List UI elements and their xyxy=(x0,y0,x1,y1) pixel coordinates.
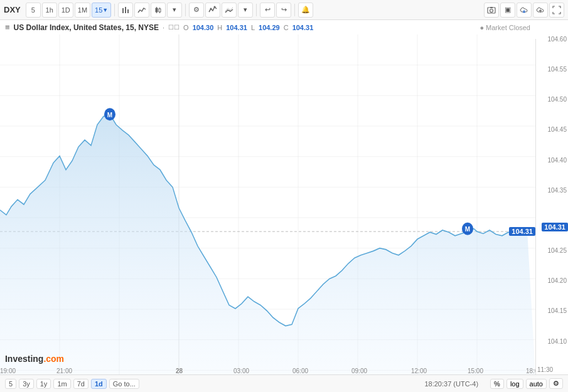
y-label-10415: 104.15 xyxy=(547,307,567,314)
watermark-logo: Investing.com xyxy=(5,353,64,364)
svg-rect-2 xyxy=(127,9,129,13)
bottom-5[interactable]: 5 xyxy=(5,379,16,389)
y-axis: 104.60 104.55 104.50 104.45 104.40 104.3… xyxy=(535,39,568,374)
timeframe-15[interactable]: 15 ▼ xyxy=(92,3,111,18)
bottom-log-btn[interactable]: % xyxy=(490,379,504,389)
settings-btn[interactable]: ⚙ xyxy=(189,3,204,18)
price-chart[interactable]: M M 19:00 21:00 28 03:00 06:00 09:00 12:… xyxy=(0,34,535,374)
svg-point-10 xyxy=(214,6,216,8)
bottom-percent-btn[interactable]: log xyxy=(506,379,523,389)
price-value: 104.31 xyxy=(512,228,533,235)
ohlc-h-label: H xyxy=(217,24,222,31)
ohlc-o-value: 104.30 xyxy=(193,24,214,31)
current-price-label: 104.31 xyxy=(509,227,535,236)
compare-btn[interactable] xyxy=(222,3,237,18)
ohlc-c-value: 104.31 xyxy=(292,24,314,31)
redo-btn[interactable]: ↪ xyxy=(276,3,291,18)
svg-rect-6 xyxy=(159,9,161,12)
chart-symbol: US Dollar Index, United States, 15, NYSE xyxy=(14,23,159,32)
cloud-load-btn[interactable] xyxy=(533,3,548,18)
bottom-3y[interactable]: 3y xyxy=(19,379,34,389)
y-label-10460: 104.60 xyxy=(547,36,567,43)
bottom-auto-btn[interactable]: auto xyxy=(526,379,547,389)
y-label-10445: 104.45 xyxy=(547,126,567,133)
timeframe-1h[interactable]: 1h xyxy=(42,3,57,18)
y-label-10455: 104.55 xyxy=(547,66,567,73)
separator-2 xyxy=(185,4,186,16)
layout-btn[interactable]: ▣ xyxy=(500,3,515,18)
separator-1 xyxy=(114,4,115,16)
separator-3 xyxy=(256,4,257,16)
bottom-1y[interactable]: 1y xyxy=(36,379,51,389)
svg-rect-3 xyxy=(156,8,158,12)
y-label-10420: 104.20 xyxy=(547,277,567,284)
ohlc-h-value: 104.31 xyxy=(226,24,247,31)
timeframe-1m[interactable]: 1M xyxy=(75,3,90,18)
chart-main[interactable]: ≡ US Dollar Index, United States, 15, NY… xyxy=(0,20,535,374)
marker-second-label: M xyxy=(465,225,471,233)
screenshot-btn[interactable] xyxy=(484,3,499,18)
chart-area: ≡ US Dollar Index, United States, 15, NY… xyxy=(0,20,568,374)
chart-area-fill xyxy=(0,114,535,374)
checkbox-icon: ☐☐ xyxy=(168,24,180,31)
x-label-0900: 09:00 xyxy=(351,366,367,374)
alert-btn[interactable]: 🔔 xyxy=(298,3,313,18)
timeframe-1d[interactable]: 1D xyxy=(58,3,73,18)
x-label-1200: 12:00 xyxy=(411,366,427,374)
ohlc-c-label: C xyxy=(284,24,289,31)
indicators-btn[interactable] xyxy=(205,3,220,18)
undo-btn[interactable]: ↩ xyxy=(260,3,275,18)
y-label-10425: 104.25 xyxy=(547,247,567,254)
bottom-goto[interactable]: Go to... xyxy=(109,379,139,389)
y-label-10450: 104.50 xyxy=(547,96,567,103)
bottom-timestamp: 18:20:37 (UTC-4) xyxy=(424,380,478,388)
bar-chart-btn[interactable] xyxy=(118,3,133,18)
line-chart-btn[interactable] xyxy=(134,3,149,18)
timeframe-5[interactable]: 5 xyxy=(26,3,41,18)
toolbar: DXY 5 1h 1D 1M 15 ▼ ▾ ⚙ ▾ xyxy=(0,0,568,20)
fullscreen-btn[interactable] xyxy=(549,3,564,18)
ohlc-l-value: 104.29 xyxy=(259,24,280,31)
x-label-1900: 19:00 xyxy=(0,366,16,374)
y-current-price-label: 104.31 xyxy=(542,223,568,231)
x-label-0300: 03:00 xyxy=(233,366,249,374)
x-label-0600: 06:00 xyxy=(292,366,308,374)
x-label-28: 28 xyxy=(176,366,183,374)
x-label-2100: 21:00 xyxy=(56,366,72,374)
y-label-1130: 11:30 xyxy=(537,366,553,373)
marker-peak-label: M xyxy=(107,110,113,119)
bottom-bar: 5 3y 1y 1m 7d 1d Go to... 18:20:37 (UTC-… xyxy=(0,374,568,392)
svg-point-12 xyxy=(490,9,493,12)
separator-4 xyxy=(294,4,295,16)
y-label-10410: 104.10 xyxy=(547,337,567,344)
bottom-7d[interactable]: 7d xyxy=(73,379,88,389)
ohlc-l-label: L xyxy=(251,24,255,31)
bottom-1d[interactable]: 1d xyxy=(91,379,107,389)
bottom-1m[interactable]: 1m xyxy=(53,379,70,389)
candle-chart-btn[interactable] xyxy=(151,3,166,18)
bottom-settings-btn[interactable]: ⚙ xyxy=(549,378,563,389)
svg-rect-0 xyxy=(122,8,124,13)
x-label-1500: 15:00 xyxy=(468,366,483,374)
chart-type-dropdown[interactable]: ▾ xyxy=(167,3,182,18)
timezone-label xyxy=(483,380,485,388)
svg-rect-13 xyxy=(490,7,493,8)
y-label-10435: 104.35 xyxy=(547,186,567,193)
y-label-10440: 104.40 xyxy=(547,156,567,163)
svg-point-9 xyxy=(210,8,212,9)
ohlc-o-label: O xyxy=(183,24,189,31)
compare-dropdown[interactable]: ▾ xyxy=(238,3,253,18)
chart-title-bar: ≡ US Dollar Index, United States, 15, NY… xyxy=(0,20,535,34)
symbol-label: DXY xyxy=(4,5,21,14)
svg-rect-1 xyxy=(125,7,126,13)
market-closed-badge: ● Market Closed xyxy=(480,24,530,31)
x-label-1800: 18:00 xyxy=(526,366,535,374)
cloud-save-btn[interactable] xyxy=(517,3,532,18)
